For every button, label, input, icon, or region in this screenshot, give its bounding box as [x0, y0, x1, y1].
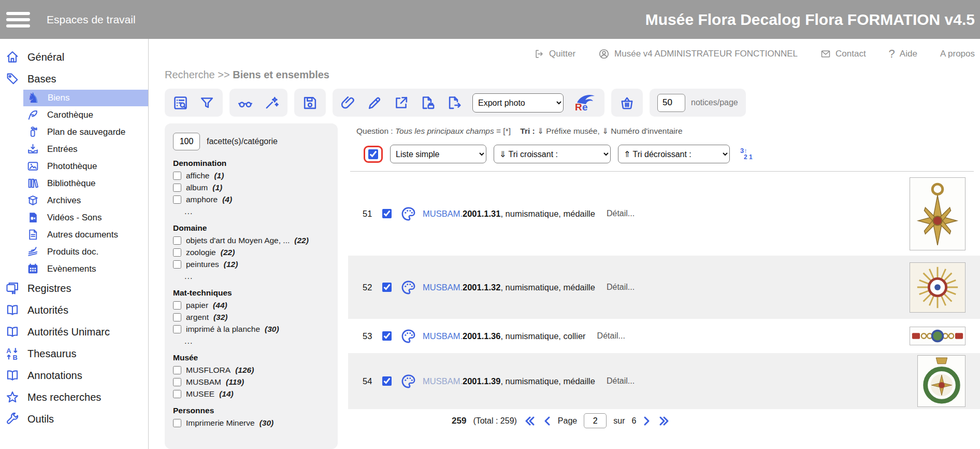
record-link[interactable]: MUSBAM.: [423, 283, 463, 292]
facet-more-link[interactable]: ...: [184, 207, 329, 216]
list-search-button[interactable]: [172, 95, 189, 111]
record-link[interactable]: MUSBAM.: [423, 331, 463, 341]
filter-button[interactable]: [199, 95, 215, 111]
row-checkbox[interactable]: [382, 376, 392, 386]
magic-wand-button[interactable]: [264, 95, 280, 111]
facet-checkbox[interactable]: [173, 419, 181, 427]
sidebar-item-entrees[interactable]: Entrées: [23, 141, 148, 158]
sidebar-item-thesaurus[interactable]: AB Thesaurus: [0, 343, 148, 364]
sort-descending-select[interactable]: ⇑ Tri décroissant :: [618, 145, 730, 163]
apropos-link[interactable]: A propos: [940, 49, 975, 59]
next-page-icon[interactable]: [643, 415, 651, 427]
sidebar-item-mes-recherches[interactable]: Mes recherches: [0, 386, 148, 408]
contact-link[interactable]: Contact: [820, 49, 866, 59]
open-external-button[interactable]: [393, 95, 409, 111]
facet-checkbox[interactable]: [173, 325, 181, 333]
facet-more-link[interactable]: ...: [184, 336, 329, 346]
facet-item: Imprimerie Minerve(30): [173, 418, 329, 428]
quitter-link[interactable]: Quitter: [534, 49, 575, 59]
sidebar-item-annotations[interactable]: Annotations: [0, 364, 148, 386]
facet-checkbox[interactable]: [173, 301, 181, 310]
question-mark-icon: ?: [889, 47, 895, 61]
sidebar-item-bases[interactable]: Bases: [0, 68, 148, 90]
sidebar-item-autorites[interactable]: Autorités: [0, 299, 148, 321]
detail-link[interactable]: Détail...: [597, 331, 625, 341]
sidebar-item-evenements[interactable]: Evènements: [23, 260, 148, 277]
sort-numeric-icon[interactable]: 3↑ 2 1: [740, 148, 753, 160]
previous-page-icon[interactable]: [543, 415, 551, 427]
record-thumbnail[interactable]: [917, 355, 965, 407]
sidebar-item-phototheque[interactable]: Photothèque: [23, 158, 148, 175]
sidebar-item-videos-sons[interactable]: Vidéos - Sons: [23, 209, 148, 226]
page-label: Page: [558, 416, 577, 426]
basket-button[interactable]: [619, 95, 635, 111]
user-account[interactable]: Musée v4 ADMINISTRATEUR FONCTIONNEL: [598, 48, 798, 60]
detail-link[interactable]: Détail...: [607, 376, 635, 386]
facet-checkbox[interactable]: [173, 236, 181, 245]
sidebar-item-autorites-unimarc[interactable]: Autorités Unimarc: [0, 321, 148, 343]
facet-count-input[interactable]: [173, 133, 200, 150]
page-input[interactable]: [584, 413, 607, 428]
sidebar-item-plan-sauvegarde[interactable]: Plan de sauvegarde: [23, 123, 148, 141]
sort-ascending-select[interactable]: ⇓ Tri croissant :: [494, 145, 611, 163]
facet-checkbox[interactable]: [173, 195, 181, 204]
view-button[interactable]: [237, 95, 253, 111]
facet-checkbox[interactable]: [173, 313, 181, 321]
record-thumbnail[interactable]: [910, 177, 965, 250]
display-mode-select[interactable]: Liste simple: [390, 145, 486, 163]
print-record-button[interactable]: [420, 95, 436, 111]
first-page-icon[interactable]: [524, 415, 536, 427]
facet-item: zoologie(22): [173, 248, 329, 257]
sidebar-item-biens[interactable]: ♞ Biens: [23, 90, 148, 106]
sidebar-item-autres-documents[interactable]: Autres documents: [23, 226, 148, 243]
select-all-checkbox[interactable]: [368, 149, 378, 159]
export-photo-select[interactable]: Export photo: [472, 93, 564, 113]
palette-icon[interactable]: [400, 279, 416, 296]
row-checkbox[interactable]: [382, 331, 392, 341]
sidebar-item-produits-doc[interactable]: Produits doc.: [23, 243, 148, 260]
sidebar-item-carotheque[interactable]: Carothèque: [23, 106, 148, 123]
facet-checkbox[interactable]: [173, 260, 181, 269]
record-link[interactable]: MUSBAM.: [423, 376, 463, 386]
save-button[interactable]: [302, 95, 318, 111]
sidebar-item-registres[interactable]: Registres: [0, 277, 148, 299]
notices-per-page-input[interactable]: [657, 94, 685, 112]
facet-checkbox[interactable]: [173, 366, 181, 374]
edit-button[interactable]: [367, 95, 383, 111]
facet-checkbox[interactable]: [173, 390, 181, 398]
facet-item: amphore(4): [173, 195, 329, 204]
magic-wand-icon: [264, 95, 280, 111]
sidebar-item-archives[interactable]: Archives: [23, 192, 148, 209]
record-link[interactable]: MUSBAM.: [423, 209, 463, 218]
row-checkbox[interactable]: [382, 283, 392, 292]
sidebar-item-general[interactable]: Général: [0, 46, 148, 68]
query-line: Question : Tous les principaux champs = …: [348, 123, 980, 136]
hamburger-menu-icon[interactable]: [6, 9, 30, 31]
sidebar-item-bibliotheque[interactable]: Bibliothèque: [23, 175, 148, 192]
row-checkbox[interactable]: [382, 209, 392, 218]
palette-icon[interactable]: [400, 328, 416, 344]
breadcrumb-section[interactable]: Recherche >>: [165, 69, 230, 80]
record-thumbnail[interactable]: [910, 327, 965, 345]
facets-panel: facette(s)/catégorie Denomination affich…: [165, 123, 338, 449]
workspaces-label[interactable]: Espaces de travail: [47, 13, 136, 26]
facet-checkbox[interactable]: [173, 248, 181, 257]
attach-button[interactable]: [340, 95, 356, 111]
aide-link[interactable]: ? Aide: [889, 47, 917, 61]
facet-checkbox[interactable]: [173, 184, 181, 192]
palette-icon[interactable]: [400, 373, 416, 389]
recolement-logo-button[interactable]: Re: [574, 92, 597, 113]
palette-icon[interactable]: [400, 206, 416, 222]
glasses-icon: [237, 95, 253, 111]
facet-checkbox[interactable]: [173, 172, 181, 180]
sidebar-item-outils[interactable]: Outils: [0, 408, 148, 430]
sidebar: Général Bases ♞ Biens Carothèque Plan de…: [0, 39, 149, 449]
export-record-button[interactable]: [446, 95, 462, 111]
detail-link[interactable]: Détail...: [607, 283, 635, 292]
facet-checkbox[interactable]: [173, 378, 181, 386]
facet-more-link[interactable]: ...: [184, 272, 329, 281]
detail-link[interactable]: Détail...: [607, 209, 635, 218]
record-thumbnail[interactable]: [910, 262, 965, 313]
last-page-icon[interactable]: [658, 415, 670, 427]
open-box-icon: [26, 194, 39, 207]
